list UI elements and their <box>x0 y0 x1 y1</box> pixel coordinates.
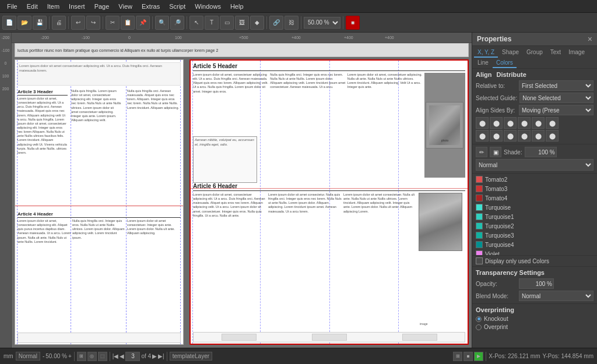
unlink-button[interactable]: ⛓ <box>285 16 298 30</box>
color-btn[interactable]: ■ <box>346 16 360 30</box>
dist-center-v-button[interactable]: ⬤ <box>532 130 545 142</box>
menu-windows[interactable]: Windows <box>190 2 226 11</box>
print-button[interactable]: 🖨 <box>52 16 66 30</box>
blend-mode-select[interactable]: Normal Multiply Screen <box>519 291 594 301</box>
dist-top-button[interactable]: ⬤ <box>518 130 531 142</box>
tab-image[interactable]: Image <box>565 48 588 58</box>
knockout-radio[interactable] <box>476 316 482 322</box>
tab-xyz[interactable]: X, Y, Z <box>474 48 498 58</box>
panel-close-button[interactable]: × <box>588 34 592 44</box>
snap-btn1[interactable]: ⊞ <box>77 352 86 361</box>
color-item[interactable]: Turquoise4 <box>473 240 596 249</box>
shape-button[interactable]: ◆ <box>250 16 264 30</box>
overprint-radio[interactable] <box>476 324 482 330</box>
select-button[interactable]: ↖ <box>189 16 203 30</box>
mode-display[interactable]: Normal <box>16 352 40 361</box>
shade-input[interactable] <box>525 147 557 157</box>
color-item[interactable]: Turquoise3 <box>473 231 596 240</box>
align-center-v-button[interactable]: ⬤ <box>532 117 545 129</box>
unit-label: mm <box>3 353 13 359</box>
tab-group[interactable]: Group <box>523 48 546 58</box>
ypos-display: Y-Pos: 144.854 mm <box>543 353 594 359</box>
pen-icon-button[interactable]: ✏ <box>476 147 487 157</box>
zoom-out-status-button[interactable]: - <box>43 353 44 359</box>
xpos-display: X-Pos: 226.121 mm <box>489 353 540 359</box>
zoom-out-button[interactable]: 🔎 <box>170 16 184 30</box>
page-first-button[interactable]: |◀ <box>113 353 119 359</box>
color-item[interactable]: Turquoise <box>473 203 596 212</box>
distribute-label: Distribute <box>497 71 526 78</box>
align-sides-select[interactable]: Moving (Prese <box>519 105 594 115</box>
fill-icon-button[interactable]: ▣ <box>490 147 501 157</box>
status-btn1[interactable]: ⊞ <box>453 352 462 361</box>
page-prev-button[interactable]: ◀ <box>120 353 124 359</box>
text-button[interactable]: T <box>205 16 219 30</box>
save-button[interactable]: 💾 <box>33 16 47 30</box>
page-next-button[interactable]: ▶ <box>152 353 157 359</box>
align-right-button[interactable]: ⬤ <box>504 117 517 129</box>
color-item[interactable]: Turquoise2 <box>473 221 596 231</box>
status-btn3[interactable]: ▶ <box>474 352 483 361</box>
menu-help[interactable]: Help <box>226 2 248 11</box>
tab-line[interactable]: Line <box>474 58 492 68</box>
align-center-h-button[interactable]: ⬤ <box>490 117 503 129</box>
tab-text[interactable]: Text <box>547 48 564 58</box>
article5-col3: Lorem ipsum dolor sit amet, consectetuer… <box>347 73 423 178</box>
color-item[interactable]: Tomato2 <box>473 175 596 184</box>
image-button[interactable]: 🖼 <box>235 16 249 30</box>
menu-page[interactable]: Page <box>90 2 114 11</box>
canvas-area[interactable]: -200 -100 0 100 +500 +400 +400 +400 luct… <box>12 33 472 348</box>
display-only-checkbox[interactable] <box>476 257 483 264</box>
tab-colors[interactable]: Colors <box>493 58 517 68</box>
page-number-input[interactable] <box>125 352 140 361</box>
zoom-in-status-button[interactable]: + <box>68 353 72 359</box>
menu-insert[interactable]: Insert <box>64 2 90 11</box>
dist-right-button[interactable]: ⬤ <box>504 130 517 142</box>
new-button[interactable]: 📄 <box>2 16 16 30</box>
page-right[interactable]: Article 5 Header Lorem ipsum dolor sit a… <box>189 59 469 345</box>
color-item[interactable]: Violet <box>473 249 596 255</box>
snap-btn2[interactable]: ◎ <box>87 352 97 361</box>
overprinting-section: Overprinting Knockout Overprint <box>472 304 597 333</box>
menu-extras[interactable]: Extras <box>137 2 164 11</box>
color-item[interactable]: Tomato3 <box>473 184 596 193</box>
menu-script[interactable]: Script <box>164 2 190 11</box>
color-list[interactable]: Tomato2Tomato3Tomato4TurquoiseTurquoise1… <box>472 174 597 255</box>
link-button[interactable]: 🔗 <box>269 16 283 30</box>
zoom-select[interactable]: 50.00 % 100 % 75 % 25 % <box>304 17 340 29</box>
paste-button[interactable]: 📌 <box>136 16 150 30</box>
dist-left-button[interactable]: ⬤ <box>476 130 489 142</box>
menu-view[interactable]: View <box>114 2 137 11</box>
overprint-row: Overprint <box>476 324 594 330</box>
relative-to-row: Relative to: First Selected Last Selecte… <box>476 80 594 91</box>
color-mode-row: ✏ ▣ Shade: <box>476 147 594 157</box>
color-item[interactable]: Tomato4 <box>473 193 596 203</box>
menu-edit[interactable]: Edit <box>22 2 43 11</box>
tab-shape[interactable]: Shape <box>498 48 522 58</box>
menu-file[interactable]: File <box>2 2 22 11</box>
opacity-input[interactable] <box>519 278 554 289</box>
align-sides-row: Align Sides By: Moving (Prese <box>476 105 594 115</box>
copy-button[interactable]: 📋 <box>121 16 135 30</box>
undo-button[interactable]: ↩ <box>71 16 85 30</box>
normal-select[interactable]: Normal Multiply Screen <box>476 159 594 171</box>
article6-header: Article 6 Header <box>193 183 465 191</box>
page-of-label: of 4 <box>141 353 151 359</box>
redo-button[interactable]: ↪ <box>86 16 100 30</box>
align-bottom-button[interactable]: ⬤ <box>546 117 559 129</box>
align-top-button[interactable]: ⬤ <box>518 117 531 129</box>
menu-item[interactable]: Item <box>43 2 64 11</box>
dist-center-h-button[interactable]: ⬤ <box>490 130 503 142</box>
align-left-button[interactable]: ⬤ <box>476 117 489 129</box>
dist-bottom-button[interactable]: ⬤ <box>546 130 559 142</box>
open-button[interactable]: 📂 <box>17 16 31 30</box>
color-item[interactable]: Turquoise1 <box>473 212 596 221</box>
snap-btn3[interactable]: ⬚ <box>98 352 107 361</box>
relative-to-select[interactable]: First Selected Last Selected Page <box>519 80 594 91</box>
cut-button[interactable]: ✂ <box>106 16 120 30</box>
selected-guide-select[interactable]: None Selected <box>519 93 594 103</box>
status-btn2[interactable]: ■ <box>463 352 473 361</box>
zoom-in-button[interactable]: 🔍 <box>155 16 169 30</box>
page-last-button[interactable]: ▶| <box>158 353 164 359</box>
frame-button[interactable]: ▭ <box>220 16 234 30</box>
